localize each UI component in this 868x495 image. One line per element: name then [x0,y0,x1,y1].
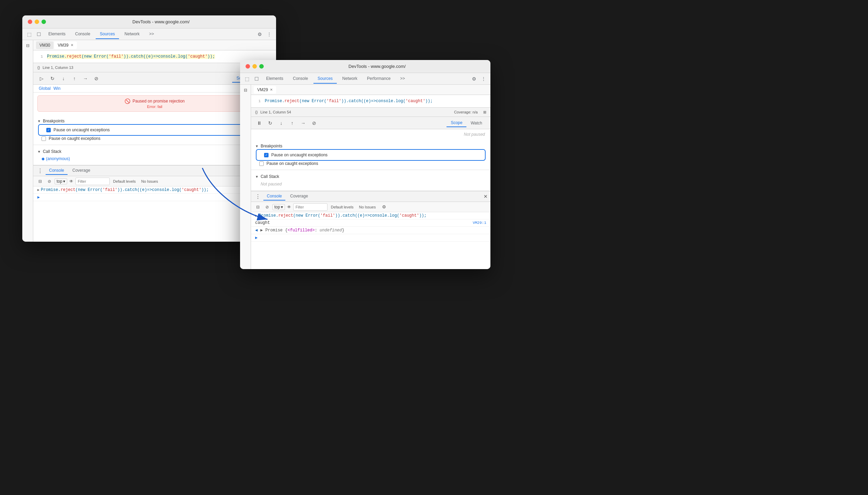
format-icon-2: {} [255,110,258,114]
tab-performance-2[interactable]: Performance [363,74,395,84]
callstack-header-2[interactable]: ▼ Call Stack [255,173,486,180]
tab-elements-1[interactable]: Elements [44,29,70,39]
tab-console-1[interactable]: Console [71,29,94,39]
code-editor-1: 1 Promise.reject(new Error('fail')).catc… [33,50,276,63]
step-into-btn[interactable]: ↓ [59,74,68,83]
settings-icon-2[interactable]: ⚙ [470,75,478,83]
scope-win[interactable]: Win [53,86,61,91]
inspector-icon-2[interactable]: ⬚ [243,75,251,83]
bp1-highlighted-2: ✓ Pause on uncaught exceptions [257,150,484,159]
bp1-checkbox-2[interactable]: ✓ [264,153,269,157]
breakpoints-header-2[interactable]: ▼ Breakpoints [255,142,486,150]
console-caret-2: ▶ [251,234,490,242]
tab-console-2[interactable]: Console [289,74,312,84]
file-tab-vm30[interactable]: VM30 [36,41,53,49]
close-button[interactable] [28,20,32,24]
default-levels-btn-2[interactable]: Default levels [330,204,355,210]
coverage-tab-2[interactable]: Coverage [287,192,311,201]
file-tab-vm39[interactable]: VM39 ✕ [54,41,76,49]
more-icon-2[interactable]: ⋮ [479,75,488,83]
console-close-2[interactable]: ✕ [484,194,488,199]
eye-icon-1[interactable]: 👁 [69,179,73,184]
bp2-checkbox-2[interactable] [259,161,264,166]
step-out-btn-2[interactable]: ↑ [288,119,296,127]
deactivate-btn[interactable]: ⊘ [92,74,100,83]
breakpoints-section-1: ▼ Breakpoints ✓ Pause on uncaught except… [33,114,276,145]
pause-btn-2[interactable]: ⏸ [255,119,263,127]
device-icon-2[interactable]: ☐ [252,75,261,83]
tab-network-1[interactable]: Network [120,29,144,39]
devtools-toolbar-1: ⬚ ☐ Elements Console Sources Network >> … [22,28,276,40]
scope-tab-2[interactable]: Scope [447,119,466,127]
tab-more-2[interactable]: >> [396,74,409,84]
minimize-button[interactable] [35,20,39,24]
block-icon-2[interactable]: ⊘ [264,204,270,210]
expand-icon-2[interactable]: ⊞ [483,110,486,114]
breakpoints-section-2: ▼ Breakpoints ✓ Pause on uncaught except… [251,140,490,170]
step-into-btn-2[interactable]: ↓ [277,119,285,127]
code-editor-2: 1 Promise.reject(new Error('fail')).catc… [251,95,490,107]
coverage-tab-1[interactable]: Coverage [69,167,94,175]
breakpoints-header-1[interactable]: ▼ Breakpoints [37,117,272,125]
top-label-1: top [57,179,62,184]
minimize-button-2[interactable] [252,64,257,69]
tab-sources-1[interactable]: Sources [96,29,119,39]
tab-sources-2[interactable]: Sources [313,74,337,84]
sidebar-toggle-1[interactable]: ⊟ [24,41,32,50]
console-sidebar-2[interactable]: ⊟ [254,203,262,211]
settings-icon-1[interactable]: ⚙ [255,30,264,38]
error-icon: 🚫 [124,98,130,104]
caught-text: caught [255,220,270,225]
console-tab-2[interactable]: Console [263,192,285,201]
block-icon-1[interactable]: ⊘ [46,178,52,184]
dropdown-arrow-2: ▾ [281,205,283,209]
scope-global[interactable]: Global [39,86,51,91]
sidebar-toggle-2[interactable]: ⊟ [241,86,250,94]
tab-network-2[interactable]: Network [338,74,361,84]
top-selector-1[interactable]: top ▾ [55,178,67,184]
step-over-btn-2[interactable]: ↻ [266,119,274,127]
deactivate-btn-2[interactable]: ⊘ [310,119,318,127]
inspector-icon[interactable]: ⬚ [25,30,33,38]
callstack-header-1[interactable]: ▼ Call Stack [37,148,272,155]
code-line-2: 1 Promise.reject(new Error('fail')).catc… [251,98,490,105]
device-icon[interactable]: ☐ [35,30,43,38]
maximize-button-2[interactable] [259,64,264,69]
close-vm39[interactable]: ✕ [71,43,73,47]
console-tab-1[interactable]: Console [46,167,68,175]
not-paused-scope-2: Not paused [251,129,490,140]
resume-btn[interactable]: ▷ [37,74,46,83]
default-levels-btn-1[interactable]: Default levels [112,179,137,184]
dropdown-arrow-1: ▾ [63,179,65,184]
bp2-item-2: Pause on caught exceptions [255,160,486,167]
step-over-btn[interactable]: ↻ [48,74,57,83]
traffic-lights-1 [28,20,46,24]
step-out-btn[interactable]: ↑ [70,74,79,83]
step-btn-2[interactable]: → [299,119,307,127]
console-sidebar-1[interactable]: ⊟ [36,177,44,185]
tab-elements-2[interactable]: Elements [262,74,287,84]
close-vm29[interactable]: ✕ [270,88,273,92]
paused-error-1: Error: fail [147,105,163,109]
tab-more-1[interactable]: >> [145,29,158,39]
close-button-2[interactable] [246,64,250,69]
cs-arrow-2: ▼ [255,175,259,179]
console-filter-1[interactable] [75,178,110,185]
maximize-button[interactable] [41,20,46,24]
more-icon-1[interactable]: ⋮ [265,30,273,38]
bp1-checkbox[interactable]: ✓ [46,128,51,132]
console-filter-2[interactable] [293,203,328,211]
vm-link-2[interactable]: VM29:1 [473,221,486,225]
top-selector-2[interactable]: top ▾ [272,204,285,210]
file-tab-vm29[interactable]: VM29 ✕ [254,86,276,94]
console-dots-2[interactable]: ⋮ [254,193,262,201]
step-btn[interactable]: → [81,74,90,83]
bp2-checkbox[interactable] [41,136,46,141]
console-caret-1: ▶ [33,194,276,201]
eye-icon-2[interactable]: 👁 [287,205,291,209]
cs-label-2: Call Stack [261,174,279,179]
bp-arrow-2: ▼ [255,144,259,148]
watch-tab-2[interactable]: Watch [466,119,486,127]
console-dots-1[interactable]: ⋮ [36,167,44,175]
console-settings-2[interactable]: ⚙ [380,203,388,211]
